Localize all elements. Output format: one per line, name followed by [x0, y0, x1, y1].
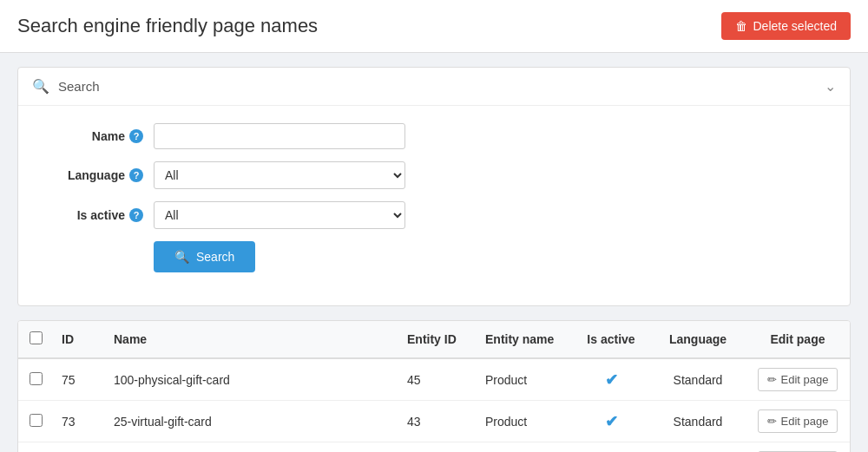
cell-entity-name: Product	[477, 358, 572, 401]
search-panel-label: Search	[58, 79, 100, 94]
search-panel: 🔍 Search ⌄ Name ? Language ? All	[17, 67, 851, 306]
trash-icon: 🗑	[735, 19, 747, 33]
cell-entity-name: Product	[477, 401, 572, 442]
name-row: Name ?	[32, 123, 836, 149]
results-table: ID Name Entity ID Entity name Is active …	[18, 321, 850, 452]
row-checkbox-cell	[18, 358, 53, 401]
pencil-icon: ✏	[767, 373, 777, 386]
language-help-icon[interactable]: ?	[129, 168, 143, 182]
search-icon: 🔍	[32, 78, 49, 95]
cell-id: 74	[53, 442, 105, 453]
cell-edit: ✏ Edit page	[746, 358, 850, 401]
row-checkbox[interactable]	[30, 414, 43, 427]
cell-language: Standard	[650, 358, 746, 401]
cell-name: 50-physical-gift-card	[105, 442, 398, 453]
page-header: Search engine friendly page names 🗑 Dele…	[0, 0, 868, 53]
edit-page-button[interactable]: ✏ Edit page	[758, 368, 838, 391]
cell-name: 100-physical-gift-card	[105, 358, 398, 401]
cell-entity-id: 43	[398, 401, 477, 442]
cell-id: 75	[53, 358, 105, 401]
th-checkbox	[18, 321, 53, 358]
search-panel-toggle[interactable]: 🔍 Search ⌄	[18, 68, 850, 106]
cell-edit: ✏ Edit page	[746, 401, 850, 442]
cell-is-active: ✔	[572, 401, 650, 442]
row-checkbox[interactable]	[30, 372, 43, 385]
name-label: Name ?	[32, 129, 154, 143]
search-form: Name ? Language ? All Standard French Ge…	[18, 106, 850, 305]
cell-entity-id: 45	[398, 358, 477, 401]
cell-language: Standard	[650, 401, 746, 442]
cell-edit: ✏ Edit page	[746, 442, 850, 453]
table-panel: ID Name Entity ID Entity name Is active …	[17, 320, 851, 452]
table-row: 73 25-virtual-gift-card 43 Product ✔ Sta…	[18, 401, 850, 442]
cell-is-active: ✔	[572, 358, 650, 401]
th-id: ID	[53, 321, 105, 358]
delete-selected-button[interactable]: 🗑 Delete selected	[721, 12, 851, 40]
search-btn-icon: 🔍	[174, 250, 189, 264]
name-help-icon[interactable]: ?	[129, 129, 143, 143]
table-row: 75 100-physical-gift-card 45 Product ✔ S…	[18, 358, 850, 401]
th-name: Name	[105, 321, 398, 358]
th-is-active: Is active	[572, 321, 650, 358]
main-content: 🔍 Search ⌄ Name ? Language ? All	[0, 53, 868, 452]
checkmark-icon: ✔	[605, 413, 618, 430]
is-active-select[interactable]: All Yes No	[154, 201, 405, 229]
cell-name: 25-virtual-gift-card	[105, 401, 398, 442]
name-input[interactable]	[154, 123, 405, 149]
is-active-help-icon[interactable]: ?	[129, 208, 143, 222]
th-entity-name: Entity name	[477, 321, 572, 358]
edit-page-button[interactable]: ✏ Edit page	[758, 409, 838, 433]
table-header-row: ID Name Entity ID Entity name Is active …	[18, 321, 850, 358]
search-panel-header-left: 🔍 Search	[32, 78, 100, 95]
table-row: 74 50-physical-gift-card 44 Product ✔ St…	[18, 442, 850, 453]
th-language: Language	[650, 321, 746, 358]
cell-entity-id: 44	[398, 442, 477, 453]
is-active-row: Is active ? All Yes No	[32, 201, 836, 229]
cell-is-active: ✔	[572, 442, 650, 453]
cell-language: Standard	[650, 442, 746, 453]
checkmark-icon: ✔	[605, 371, 618, 389]
th-edit-page: Edit page	[746, 321, 850, 358]
cell-entity-name: Product	[477, 442, 572, 453]
cell-id: 73	[53, 401, 105, 442]
row-checkbox-cell	[18, 442, 53, 453]
chevron-down-icon: ⌄	[825, 78, 836, 95]
row-checkbox-cell	[18, 401, 53, 442]
language-row: Language ? All Standard French German	[32, 161, 836, 189]
language-select[interactable]: All Standard French German	[154, 161, 405, 189]
search-button-row: 🔍 Search	[32, 241, 836, 272]
th-entity-id: Entity ID	[398, 321, 477, 358]
is-active-label: Is active ?	[32, 208, 154, 222]
select-all-checkbox[interactable]	[30, 331, 43, 344]
language-label: Language ?	[32, 168, 154, 182]
search-button[interactable]: 🔍 Search	[154, 241, 255, 272]
pencil-icon: ✏	[767, 415, 777, 428]
page-title: Search engine friendly page names	[17, 15, 318, 37]
